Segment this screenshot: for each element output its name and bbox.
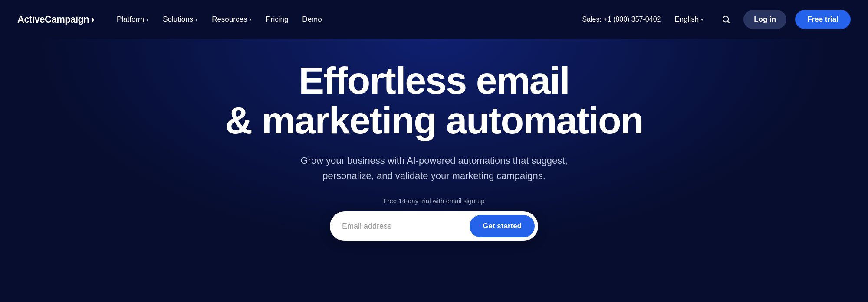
nav-demo-label: Demo	[302, 15, 322, 24]
hero-title-line1: Effortless email	[299, 59, 569, 102]
language-selector[interactable]: English ▾	[669, 12, 709, 27]
get-started-button[interactable]: Get started	[470, 215, 535, 237]
brand-arrow: ›	[91, 13, 94, 26]
search-icon	[721, 15, 731, 24]
chevron-down-icon: ▾	[195, 17, 198, 23]
nav-right-group: Sales: +1 (800) 357-0402 English ▾ Log i…	[582, 10, 851, 29]
login-button[interactable]: Log in	[743, 10, 786, 29]
chevron-down-icon: ▾	[146, 17, 149, 23]
brand-logo[interactable]: ActiveCampaign›	[17, 13, 94, 26]
nav-item-pricing[interactable]: Pricing	[260, 12, 294, 27]
hero-title-line2: & marketing automation	[225, 99, 643, 142]
search-button[interactable]	[717, 11, 735, 28]
brand-name: ActiveCampaign	[17, 14, 89, 25]
nav-item-solutions[interactable]: Solutions ▾	[157, 12, 204, 27]
nav-links: Platform ▾ Solutions ▾ Resources ▾ Prici…	[111, 12, 328, 27]
hero-subtitle: Grow your business with AI-powered autom…	[293, 153, 575, 183]
chevron-down-icon: ▾	[249, 17, 252, 23]
free-trial-button[interactable]: Free trial	[795, 10, 851, 29]
hero-section: Effortless email & marketing automation …	[0, 39, 868, 267]
nav-left-group: ActiveCampaign› Platform ▾ Solutions ▾ R…	[17, 12, 328, 27]
nav-platform-label: Platform	[117, 15, 144, 24]
email-signup-form: Get started	[330, 211, 538, 241]
trial-label: Free 14-day trial with email sign-up	[383, 197, 484, 205]
nav-item-demo[interactable]: Demo	[296, 12, 328, 27]
nav-resources-label: Resources	[212, 15, 247, 24]
nav-item-platform[interactable]: Platform ▾	[111, 12, 155, 27]
main-nav: ActiveCampaign› Platform ▾ Solutions ▾ R…	[0, 0, 868, 39]
nav-item-resources[interactable]: Resources ▾	[206, 12, 258, 27]
sales-phone: Sales: +1 (800) 357-0402	[582, 16, 661, 23]
nav-solutions-label: Solutions	[163, 15, 193, 24]
chevron-down-icon: ▾	[701, 17, 704, 23]
email-input[interactable]	[342, 222, 470, 231]
hero-title: Effortless email & marketing automation	[225, 61, 643, 141]
language-label: English	[674, 15, 699, 24]
svg-line-1	[728, 21, 730, 23]
nav-pricing-label: Pricing	[266, 15, 288, 24]
